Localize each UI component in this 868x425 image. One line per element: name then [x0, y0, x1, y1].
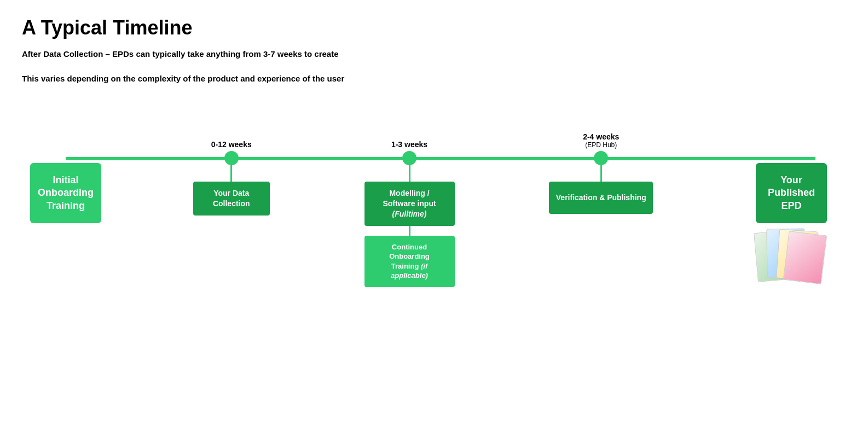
- label-2-4-weeks: 2-4 weeks: [583, 132, 619, 141]
- node-verification-below: Verification & Publishing: [549, 165, 653, 214]
- box-verification-label: Verification & Publishing: [556, 193, 646, 202]
- box-modelling: Modelling /Software input(Fulltime): [364, 182, 455, 226]
- label-1-3-weeks: 1-3 weeks: [391, 140, 427, 149]
- timeline-nodes: InitialOnboardingTraining 0-12 weeks You…: [27, 121, 841, 287]
- label-epd-hub: (EPD Hub): [585, 141, 617, 149]
- dot-verification: [594, 151, 608, 165]
- dot-modelling: [402, 151, 416, 165]
- node-verification: 2-4 weeks (EPD Hub) Verification & Publi…: [543, 121, 658, 214]
- node-data-collection-below: Your Data Collection: [193, 165, 270, 216]
- timeline-section: InitialOnboardingTraining 0-12 weeks You…: [22, 121, 846, 287]
- label-0-12-weeks: 0-12 weeks: [211, 140, 252, 149]
- vert-line-modelling: [409, 165, 410, 182]
- timeline-wrapper: InitialOnboardingTraining 0-12 weeks You…: [22, 121, 846, 287]
- start-box: InitialOnboardingTraining: [30, 163, 101, 223]
- node-verification-label: 2-4 weeks (EPD Hub): [583, 121, 619, 149]
- box-modelling-label: Modelling /Software input(Fulltime): [383, 189, 436, 218]
- box-data-collection-label: Your Data Collection: [213, 189, 250, 208]
- epd-card-4: [783, 231, 827, 284]
- node-modelling-below: Modelling /Software input(Fulltime) Cont…: [364, 165, 455, 287]
- subtitle2: This varies depending on the complexity …: [22, 74, 846, 83]
- box-continued-training-label: ContinuedOnboardingTraining (ifapplicabl…: [389, 243, 430, 280]
- page-title: A Typical Timeline: [22, 16, 846, 39]
- box-data-collection: Your Data Collection: [193, 182, 270, 216]
- vert-line-verification: [600, 165, 602, 182]
- node-data-collection: 0-12 weeks Your Data Collection: [188, 121, 275, 216]
- box-verification: Verification & Publishing: [549, 182, 653, 214]
- vert-line-data-collection: [230, 165, 232, 182]
- dot-data-collection: [224, 151, 239, 165]
- node-data-collection-label: 0-12 weeks: [211, 121, 252, 149]
- node-start: InitialOnboardingTraining: [27, 121, 104, 223]
- box-continued-training: ContinuedOnboardingTraining (ifapplicabl…: [364, 236, 455, 287]
- node-end: Your Published EPD: [742, 121, 841, 278]
- node-modelling: 1-3 weeks Modelling /Software input(Full…: [359, 121, 460, 287]
- epd-image-stack: [756, 229, 827, 278]
- end-box: Your Published EPD: [756, 163, 827, 223]
- subtitle1: After Data Collection – EPDs can typical…: [22, 49, 846, 59]
- end-box-label: Your Published EPD: [768, 174, 815, 211]
- vert-line-modelling2: [409, 226, 410, 236]
- node-modelling-label: 1-3 weeks: [391, 121, 427, 149]
